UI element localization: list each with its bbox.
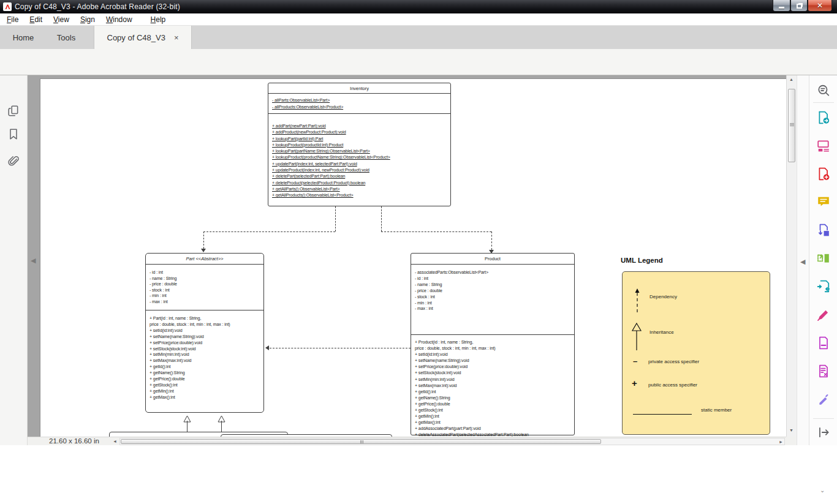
scroll-up-icon[interactable]: ▲	[789, 77, 793, 81]
dependency-arrowhead-icon	[201, 249, 206, 252]
dependency-line	[203, 231, 204, 249]
tab-bar: Home Tools Copy of C48_V3 × ? Sign In	[0, 26, 837, 49]
static-member-underline-icon	[633, 414, 692, 415]
scrollbar-corner	[786, 437, 797, 445]
scroll-down-icon[interactable]: ▼	[789, 428, 793, 432]
export-pdf-icon[interactable]	[817, 111, 830, 124]
edit-pdf-icon[interactable]	[817, 139, 830, 152]
comment-tool-icon[interactable]	[817, 195, 830, 209]
uml-methods-inventory: + addPart(newPart:Part):void+ addProduct…	[268, 114, 450, 202]
menu-file[interactable]: File	[1, 15, 24, 24]
organize-pages-icon[interactable]	[817, 252, 830, 265]
compress-pdf-icon[interactable]	[817, 280, 830, 293]
left-nav-panel	[0, 75, 28, 445]
uml-fields-inventory: - allParts:ObservableList<Part>- allProd…	[268, 94, 450, 114]
legend-box: Dependency Inheritance – private access …	[622, 271, 770, 435]
panel-separator	[813, 418, 834, 419]
uml-class-title: Product	[411, 254, 574, 265]
attachments-icon[interactable]	[7, 155, 20, 167]
tab-document[interactable]: Copy of C48_V3 ×	[94, 26, 192, 49]
dependency-line	[270, 348, 411, 348]
inheritance-line	[187, 421, 187, 432]
open-pane-icon[interactable]	[817, 426, 830, 439]
legend-static-label: static member	[701, 407, 732, 413]
title-bar: Copy of C48_V3 - Adobe Acrobat Reader (3…	[0, 0, 837, 13]
menu-sign[interactable]: Sign	[75, 15, 100, 24]
search-tools-icon[interactable]	[817, 84, 830, 97]
uml-methods-product: + Product(id : int, name : String,price …	[411, 335, 574, 437]
uml-class-inventory: Inventory - allParts:ObservableList<Part…	[268, 83, 451, 206]
page-thumbnails-icon[interactable]	[7, 105, 20, 117]
inheritance-legend-icon	[631, 322, 642, 352]
tab-document-label: Copy of C48_V3	[107, 33, 165, 42]
close-button[interactable]: ✕	[808, 0, 832, 12]
dependency-line	[203, 231, 335, 232]
legend-private-label: private access specifier	[648, 359, 699, 364]
uml-methods-part: + Part(id : int, name : String,price : d…	[146, 310, 263, 404]
panel-gap-strip: ◀	[797, 75, 809, 445]
tab-tools[interactable]: Tools	[49, 26, 83, 49]
public-specifier-icon: +	[632, 378, 637, 388]
dependency-line	[335, 206, 336, 231]
document-canvas[interactable]: Inventory - allParts:ObservableList<Part…	[28, 75, 786, 437]
legend-inheritance-label: Inheritance	[650, 329, 674, 335]
more-tools-pen-icon[interactable]	[817, 393, 830, 406]
uml-class-title: Part <<Abstract>>	[146, 254, 263, 265]
status-bar: 21.60 x 16.60 in ◄ ►	[28, 437, 786, 445]
scroll-left-icon[interactable]: ◄	[113, 439, 117, 443]
tab-close-icon[interactable]: ×	[174, 33, 179, 42]
collapse-right-pane-icon[interactable]: ◀	[800, 258, 805, 266]
vertical-scrollbar[interactable]: ▲ ▼	[786, 75, 797, 437]
legend-title: UML Legend	[621, 257, 663, 264]
uml-fields-part: - id : int- name : String- price : doubl…	[146, 265, 263, 310]
adobe-pdf-icon	[3, 2, 12, 11]
page-dimensions-label: 21.60 x 16.60 in	[49, 437, 99, 445]
horizontal-scroll-thumb[interactable]	[121, 439, 601, 444]
horizontal-scrollbar[interactable]: ►	[119, 438, 785, 445]
minimize-button[interactable]	[773, 0, 790, 12]
menu-edit[interactable]: Edit	[24, 15, 48, 24]
uml-class-title: Inventory	[268, 83, 450, 94]
menu-view[interactable]: View	[48, 15, 75, 24]
uml-fields-product: - associatedParts:ObservableList<Part>- …	[411, 265, 574, 335]
fill-sign-tool-icon[interactable]	[817, 308, 830, 322]
acrobat-reader-window: Copy of C48_V3 - Adobe Acrobat Reader (3…	[0, 0, 837, 504]
dependency-line	[381, 231, 491, 232]
scroll-right-icon[interactable]: ►	[779, 440, 783, 444]
vertical-scroll-thumb[interactable]	[788, 89, 795, 162]
legend-public-label: public access specifier	[648, 382, 697, 388]
create-pdf-icon[interactable]	[817, 167, 830, 181]
legend-dependency-label: Dependency	[650, 294, 677, 299]
toolbar: 1 / 1 70% ▾ ▾	[0, 49, 837, 75]
dependency-line	[491, 231, 492, 250]
combine-files-icon[interactable]	[817, 224, 830, 237]
dependency-line	[381, 206, 382, 231]
restore-button[interactable]	[790, 0, 808, 12]
bookmarks-icon[interactable]	[7, 128, 20, 140]
prepare-form-icon[interactable]	[817, 364, 830, 378]
private-specifier-icon: –	[633, 356, 637, 366]
panel-separator	[813, 102, 834, 103]
window-title: Copy of C48_V3 - Adobe Acrobat Reader (3…	[15, 2, 180, 11]
chevron-down-icon[interactable]: ⌄	[820, 487, 825, 494]
tools-panel: ⌄	[809, 75, 837, 445]
menu-help[interactable]: Help	[145, 15, 172, 24]
collapse-left-pane-icon[interactable]: ◀	[31, 257, 36, 265]
protect-pdf-icon[interactable]	[817, 336, 830, 350]
dependency-arrowhead-icon	[265, 345, 269, 350]
tab-home[interactable]: Home	[6, 26, 40, 49]
uml-class-product: Product - associatedParts:ObservableList…	[411, 253, 575, 435]
dependency-legend-icon	[634, 288, 641, 316]
menu-window[interactable]: Window	[100, 15, 138, 24]
uml-class-part: Part <<Abstract>> - id : int- name : Str…	[145, 253, 264, 413]
menu-bar: File Edit View Sign Window Help	[0, 13, 837, 26]
